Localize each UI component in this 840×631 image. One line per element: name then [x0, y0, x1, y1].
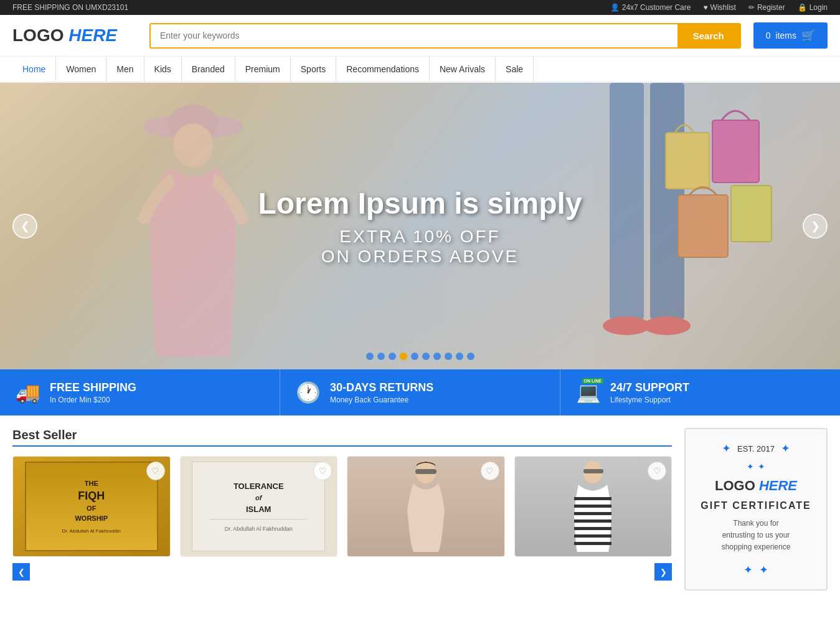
star-top-left-icon: ✦ [747, 462, 754, 472]
wishlist-link[interactable]: ♥ Wishlist [703, 3, 735, 12]
book-tolerance-sub: Dr. Abdullah Al Fakhruddan [225, 526, 293, 532]
nav-item-home[interactable]: Home [12, 57, 56, 82]
pencil-icon: ✏ [748, 3, 755, 12]
product-card-fiqh: THE FIQH OF WORSHIP Dr. Abdullah Al Fakh… [12, 456, 171, 557]
products-section: Best Seller THE FIQH OF WORSHIP [12, 428, 672, 591]
login-link[interactable]: 🔒 Login [798, 3, 828, 12]
cart-icon: 🛒 [801, 29, 815, 42]
support-icon-wrap: 💻 ON LINE [576, 381, 601, 404]
sidebar: ✦ EST. 2017 ✦ ✦ ✦ LOGO HERE GIFT CERTIFI… [684, 428, 828, 591]
feature-shipping-sub: In Order Min $200 [50, 396, 136, 404]
feature-support-sub: Lifestyme Support [610, 396, 689, 404]
gift-cert-label: GIFT CERTIFICATE [698, 500, 814, 511]
feature-support-title: 24/7 SUPPORT [610, 381, 689, 394]
hero-subtitle1: EXTRA 10% OFF [258, 227, 582, 247]
svg-rect-18 [574, 520, 611, 523]
star-bottom-left-icon: ✦ [743, 563, 753, 577]
nav-item-kids[interactable]: Kids [144, 57, 182, 82]
products-grid: THE FIQH OF WORSHIP Dr. Abdullah Al Fakh… [12, 456, 672, 557]
wishlist-btn-1[interactable]: ♡ [146, 462, 165, 480]
wishlist-btn-2[interactable]: ♡ [313, 462, 332, 480]
svg-rect-12 [415, 469, 437, 474]
nav-item-sports[interactable]: Sports [291, 57, 336, 82]
features-bar: 🚚 FREE SHIPPING In Order Min $200 🕐 30-D… [0, 369, 840, 415]
top-bar: FREE SHIPPING ON UMXD23101 👤 24x7 Custom… [0, 0, 840, 15]
feature-returns-sub: Money Back Guarantee [330, 396, 433, 404]
feature-shipping-text: FREE SHIPPING In Order Min $200 [50, 381, 136, 404]
person-icon: 👤 [610, 3, 620, 12]
product-nav-row: ❮ ❯ [12, 563, 672, 581]
est-label: EST. 2017 [737, 444, 775, 453]
gift-certificate: ✦ EST. 2017 ✦ ✦ ✦ LOGO HERE GIFT CERTIFI… [684, 428, 828, 591]
nav-item-recommendations[interactable]: Recommendations [336, 57, 430, 82]
hero-slider: Lorem Ipsum is simply EXTRA 10% OFF ON O… [0, 83, 840, 369]
top-bar-links: 👤 24x7 Customer Care ♥ Wishlist ✏ Regist… [610, 3, 828, 12]
search-button[interactable]: Search [677, 24, 740, 47]
monitor-icon: 💻 [576, 381, 601, 404]
slider-dot-6[interactable] [422, 353, 430, 360]
nav-item-branded[interactable]: Branded [182, 57, 235, 82]
dress-svg [398, 460, 454, 553]
book-fiqh-inner: THE FIQH OF WORSHIP Dr. Abdullah Al Fakh… [25, 462, 158, 551]
hero-title: Lorem Ipsum is simply [258, 186, 582, 221]
bestseller-title: Best Seller [12, 428, 672, 442]
striped-svg [565, 460, 621, 553]
main-content: Best Seller THE FIQH OF WORSHIP [0, 415, 840, 603]
book-tolerance-inner: TOLERANCE of ISLAM Dr. Abdullah Al Fakhr… [192, 462, 325, 551]
slider-dot-3[interactable] [389, 353, 396, 360]
slider-prev-button[interactable]: ❮ [12, 214, 37, 239]
nav-item-men[interactable]: Men [106, 57, 144, 82]
gift-logo-here: HERE [759, 478, 797, 493]
feature-shipping-title: FREE SHIPPING [50, 381, 136, 394]
cart-button[interactable]: 0 items 🛒 [753, 22, 828, 49]
products-next-button[interactable]: ❯ [654, 563, 672, 581]
cart-items-label: items [776, 31, 796, 40]
gift-stars-row2: ✦ ✦ [698, 462, 814, 472]
truck-icon: 🚚 [16, 381, 40, 404]
nav-item-sale[interactable]: Sale [496, 57, 534, 82]
gift-bottom-stars: ✦ ✦ [698, 563, 814, 577]
wishlist-btn-4[interactable]: ♡ [648, 462, 666, 480]
feature-free-shipping: 🚚 FREE SHIPPING In Order Min $200 [0, 369, 280, 415]
products-container: THE FIQH OF WORSHIP Dr. Abdullah Al Fakh… [12, 456, 672, 581]
slider-dot-7[interactable] [433, 353, 441, 360]
book-tolerance-title: TOLERANCE of ISLAM [234, 481, 284, 516]
hero-subtitle2: ON ORDERS ABOVE [258, 247, 582, 267]
slider-dot-10[interactable] [467, 353, 474, 360]
slider-dot-1[interactable] [366, 353, 374, 360]
slider-dot-4[interactable] [400, 353, 407, 360]
slider-dot-8[interactable] [445, 353, 452, 360]
logo: LOGO HERE [12, 26, 137, 45]
svg-rect-21 [574, 542, 611, 545]
free-shipping-text: FREE SHIPPING ON UMXD23101 [12, 3, 128, 12]
slider-dot-9[interactable] [456, 353, 463, 360]
slider-next-button[interactable]: ❯ [803, 214, 828, 239]
slider-dot-5[interactable] [411, 353, 418, 360]
section-divider [12, 445, 672, 447]
svg-rect-16 [574, 505, 611, 508]
product-card-tolerance: TOLERANCE of ISLAM Dr. Abdullah Al Fakhr… [180, 456, 338, 557]
gift-est: ✦ EST. 2017 ✦ [698, 442, 814, 455]
search-bar: Search [149, 23, 741, 49]
feature-returns-text: 30-DAYS RETURNS Money Back Guarantee [330, 381, 433, 404]
star-bottom-right-icon: ✦ [759, 563, 768, 577]
search-input[interactable] [151, 24, 677, 47]
wishlist-btn-3[interactable]: ♡ [481, 462, 499, 480]
svg-rect-14 [583, 469, 603, 473]
customer-care-link[interactable]: 👤 24x7 Customer Care [610, 3, 691, 12]
svg-rect-19 [574, 527, 611, 530]
slider-dot-2[interactable] [377, 353, 385, 360]
nav-item-women[interactable]: Women [56, 57, 106, 82]
register-link[interactable]: ✏ Register [748, 3, 785, 12]
feature-returns: 🕐 30-DAYS RETURNS Money Back Guarantee [280, 369, 560, 415]
feature-support: 💻 ON LINE 24/7 SUPPORT Lifestyme Support [560, 369, 840, 415]
nav-item-premium[interactable]: Premium [235, 57, 291, 82]
gift-logo: LOGO HERE [698, 478, 814, 494]
products-prev-button[interactable]: ❮ [12, 563, 30, 581]
gift-logo-text: LOGO [715, 478, 755, 493]
star-top-right-icon: ✦ [758, 462, 765, 472]
star-left-icon: ✦ [722, 442, 731, 455]
svg-rect-20 [574, 534, 611, 538]
product-card-dress: ♡ [347, 456, 505, 557]
nav-item-new-arivals[interactable]: New Arivals [430, 57, 496, 82]
